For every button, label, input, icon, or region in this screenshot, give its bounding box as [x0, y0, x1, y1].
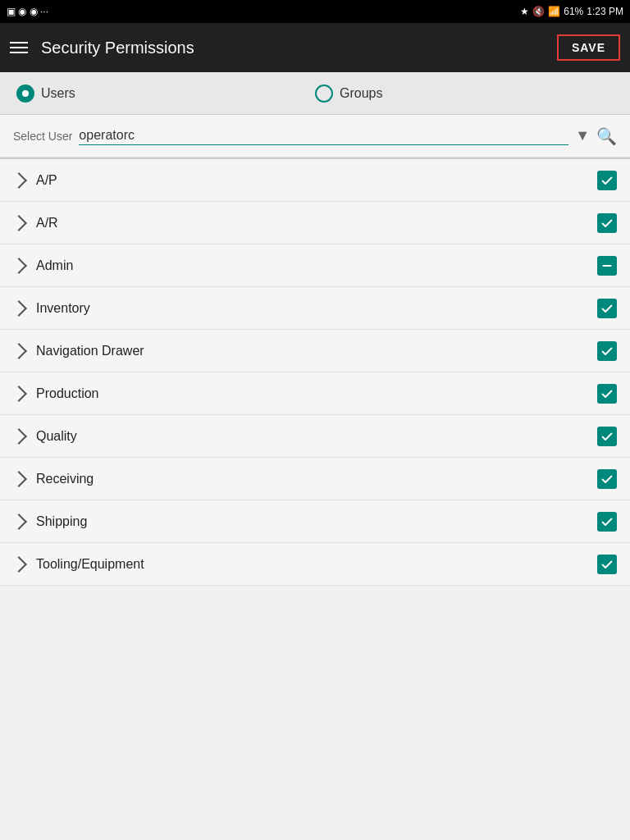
- perm-row[interactable]: Shipping: [0, 500, 630, 543]
- perm-row[interactable]: A/R: [0, 202, 630, 244]
- perm-row[interactable]: Receiving: [0, 458, 630, 500]
- chevron-right-icon: [11, 343, 27, 359]
- perm-row[interactable]: Navigation Drawer: [0, 330, 630, 372]
- hamburger-menu-button[interactable]: [10, 42, 28, 53]
- mute-icon: 🔇: [532, 6, 545, 17]
- chevron-right-icon: [11, 386, 27, 402]
- bluetooth-icon: ★: [520, 6, 529, 17]
- dropdown-icon[interactable]: ▼: [575, 127, 590, 144]
- select-user-input[interactable]: [79, 126, 568, 145]
- perm-row[interactable]: Quality: [0, 415, 630, 458]
- perm-label: Production: [36, 386, 597, 401]
- perm-label: A/P: [36, 173, 597, 188]
- perm-label: Receiving: [36, 472, 597, 486]
- perm-label: Admin: [36, 258, 597, 273]
- users-label: Users: [41, 86, 75, 101]
- perm-label: A/R: [36, 216, 597, 231]
- app-icons: ▣ ◉ ◉ ···: [7, 6, 48, 17]
- time-display: 1:23 PM: [587, 6, 623, 17]
- users-radio-circle: [16, 84, 34, 103]
- chevron-right-icon: [11, 514, 27, 530]
- permission-checkbox[interactable]: [597, 427, 617, 446]
- perm-row[interactable]: Production: [0, 372, 630, 415]
- permission-checkbox[interactable]: [597, 469, 617, 489]
- permission-checkbox[interactable]: [597, 555, 617, 574]
- select-user-row: Select User ▼ 🔍: [0, 115, 630, 158]
- permission-checkbox[interactable]: [597, 213, 617, 233]
- wifi-icon: 📶: [548, 6, 560, 17]
- chevron-right-icon: [11, 215, 27, 231]
- permission-checkbox[interactable]: [597, 171, 617, 190]
- chevron-right-icon: [11, 428, 27, 445]
- perm-row[interactable]: Admin: [0, 244, 630, 287]
- groups-label: Groups: [340, 86, 382, 101]
- tab-row: Users Groups: [0, 72, 630, 115]
- permission-checkbox[interactable]: [597, 299, 617, 318]
- page-title: Security Permissions: [41, 39, 544, 57]
- chevron-right-icon: [11, 300, 27, 317]
- groups-radio-circle: [315, 84, 333, 103]
- permission-checkbox[interactable]: [597, 512, 617, 532]
- perm-row[interactable]: Inventory: [0, 287, 630, 330]
- chevron-right-icon: [11, 471, 27, 487]
- perm-label: Tooling/Equipment: [36, 557, 597, 572]
- permission-checkbox[interactable]: [597, 341, 617, 361]
- permission-checkbox[interactable]: [597, 384, 617, 404]
- perm-label: Quality: [36, 429, 597, 444]
- status-bar-right: ★ 🔇 📶 61% 1:23 PM: [520, 6, 623, 17]
- app-bar: Security Permissions SAVE: [0, 23, 630, 72]
- groups-radio[interactable]: Groups: [315, 84, 614, 103]
- search-icon[interactable]: 🔍: [596, 126, 617, 146]
- permissions-list: A/PA/RAdminInventoryNavigation DrawerPro…: [0, 159, 630, 586]
- chevron-right-icon: [11, 172, 27, 189]
- perm-label: Navigation Drawer: [36, 344, 597, 358]
- users-radio[interactable]: Users: [16, 84, 315, 103]
- battery-percent: 61%: [564, 6, 583, 17]
- perm-label: Inventory: [36, 301, 597, 316]
- chevron-right-icon: [11, 556, 27, 573]
- status-bar: ▣ ◉ ◉ ··· ★ 🔇 📶 61% 1:23 PM: [0, 0, 630, 23]
- save-button[interactable]: SAVE: [557, 34, 620, 61]
- perm-row[interactable]: Tooling/Equipment: [0, 543, 630, 586]
- chevron-right-icon: [11, 258, 27, 274]
- perm-row[interactable]: A/P: [0, 159, 630, 202]
- status-bar-left: ▣ ◉ ◉ ···: [7, 6, 48, 17]
- perm-label: Shipping: [36, 514, 597, 529]
- permission-checkbox[interactable]: [597, 256, 617, 276]
- select-user-label: Select User: [13, 130, 72, 143]
